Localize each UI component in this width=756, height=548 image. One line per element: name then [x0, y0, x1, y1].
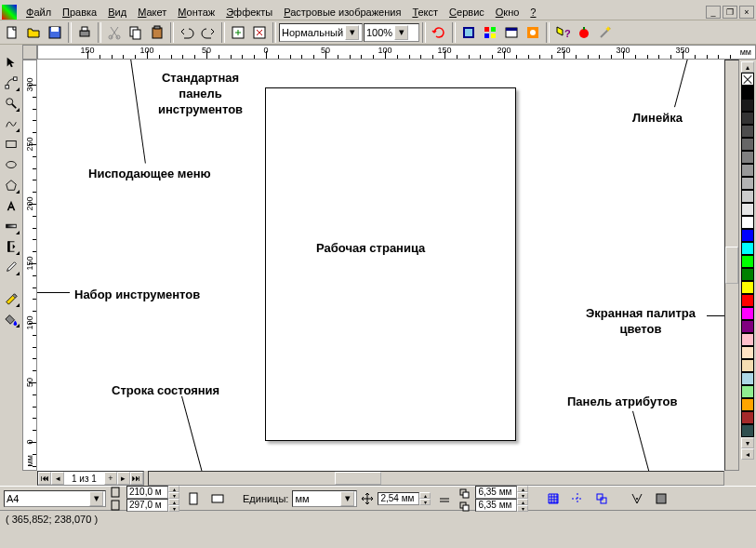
restore-button[interactable]: ❐ — [723, 6, 737, 19]
apple-button[interactable] — [574, 22, 594, 43]
color-swatch[interactable] — [741, 424, 754, 437]
nudge-input[interactable] — [378, 492, 419, 505]
fill-tool[interactable] — [1, 309, 21, 329]
menu-сервис[interactable]: Сервис — [444, 5, 490, 20]
color-swatch[interactable] — [741, 411, 754, 424]
color-swatch[interactable] — [741, 281, 754, 294]
undo-button[interactable] — [177, 22, 197, 43]
color-swatch[interactable] — [741, 190, 754, 203]
shape-tool[interactable] — [1, 73, 21, 93]
options-button[interactable] — [627, 488, 647, 509]
menu-монтаж[interactable]: Монтаж — [172, 5, 220, 20]
color-swatch[interactable] — [741, 203, 754, 216]
dup-y-input[interactable] — [475, 499, 517, 512]
wand-button[interactable] — [595, 22, 616, 43]
paste-button[interactable] — [147, 22, 167, 43]
interactive-fill-tool[interactable] — [1, 216, 21, 236]
print-button[interactable] — [74, 22, 95, 43]
page-height-input[interactable] — [126, 499, 168, 512]
color-swatch[interactable] — [741, 268, 754, 281]
color-swatch[interactable] — [741, 86, 754, 99]
landscape-button[interactable] — [207, 488, 228, 509]
palette-up-button[interactable]: ▴ — [741, 61, 754, 73]
new-button[interactable] — [2, 22, 22, 43]
color-swatch[interactable] — [741, 242, 754, 255]
palette-down-button[interactable]: ▾ — [741, 437, 754, 448]
color-swatch[interactable] — [741, 99, 754, 112]
nudge-set-button[interactable] — [434, 488, 455, 509]
outline-tool[interactable] — [1, 288, 21, 309]
vertical-scrollbar[interactable] — [724, 60, 739, 471]
rectangle-tool[interactable] — [1, 134, 21, 154]
dup-x-input[interactable] — [475, 486, 517, 499]
zoom-tool[interactable] — [1, 93, 21, 114]
snap-guides-button[interactable] — [567, 488, 588, 509]
color-swatch[interactable] — [741, 125, 754, 138]
freehand-tool[interactable] — [1, 114, 21, 134]
color-swatch[interactable] — [741, 398, 754, 411]
drawing-page[interactable] — [265, 87, 516, 441]
save-button[interactable] — [45, 22, 65, 43]
color-swatch[interactable] — [741, 320, 754, 333]
scrollbar-thumb[interactable] — [335, 472, 381, 485]
open-button[interactable] — [23, 22, 44, 43]
polygon-tool[interactable] — [1, 175, 21, 195]
color-swatch[interactable] — [741, 112, 754, 125]
last-page-button[interactable]: ⏭ — [130, 472, 143, 485]
no-color-swatch[interactable] — [741, 73, 754, 86]
interactive-transparency-tool[interactable] — [1, 236, 21, 257]
page-format-combo[interactable]: A4▾ — [4, 490, 106, 507]
units-combo[interactable]: мм▾ — [292, 490, 357, 507]
ellipse-tool[interactable] — [1, 154, 21, 175]
refresh-button[interactable] — [429, 22, 449, 43]
menu-текст[interactable]: Текст — [406, 5, 444, 20]
launcher-button[interactable] — [480, 22, 500, 43]
horizontal-scrollbar[interactable] — [148, 471, 724, 486]
pick-tool[interactable] — [1, 52, 21, 73]
color-swatch[interactable] — [741, 333, 754, 346]
menu-окно[interactable]: Окно — [490, 5, 525, 20]
color-swatch[interactable] — [741, 359, 754, 372]
menu-правка[interactable]: Правка — [57, 5, 102, 20]
next-page-button[interactable]: ▸ — [117, 472, 130, 485]
ruler-origin[interactable] — [22, 45, 37, 60]
help-button[interactable]: ? — [552, 22, 573, 43]
scrollbar-thumb[interactable] — [725, 247, 738, 284]
redo-button[interactable] — [198, 22, 219, 43]
horizontal-ruler[interactable]: мм15010050050100150200250300350 — [37, 45, 756, 60]
page-width-input[interactable] — [126, 486, 168, 499]
color-swatch[interactable] — [741, 385, 754, 398]
menu-макет[interactable]: Макет — [132, 5, 172, 20]
treat-as-filled-button[interactable] — [651, 488, 671, 509]
add-page-button[interactable]: + — [104, 472, 117, 485]
copy-button[interactable] — [126, 22, 146, 43]
import-button[interactable] — [228, 22, 248, 43]
eyedropper-tool[interactable] — [1, 257, 21, 277]
color-swatch[interactable] — [741, 216, 754, 229]
text-tool[interactable] — [1, 195, 21, 216]
palette-flyout-button[interactable]: ◂ — [741, 448, 754, 460]
portrait-button[interactable] — [183, 488, 204, 509]
color-swatch[interactable] — [741, 177, 754, 190]
color-swatch[interactable] — [741, 294, 754, 307]
menu-файл[interactable]: Файл — [20, 5, 57, 20]
menu-эффекты[interactable]: Эффекты — [220, 5, 278, 20]
snap-objects-button[interactable] — [591, 488, 612, 509]
close-button[interactable]: × — [739, 6, 754, 19]
menu-растровые изображения[interactable]: Растровые изображения — [278, 5, 406, 20]
canvas[interactable]: Стандартная панель инструментов Нисподаю… — [37, 60, 724, 471]
color-swatch[interactable] — [741, 229, 754, 242]
view-mode-combo[interactable]: Нормальный▾ — [279, 23, 363, 42]
snap-grid-button[interactable] — [543, 488, 564, 509]
color-swatch[interactable] — [741, 255, 754, 268]
color-swatch[interactable] — [741, 151, 754, 164]
dialog-button[interactable] — [501, 22, 522, 43]
first-page-button[interactable]: ⏮ — [38, 472, 51, 485]
color-swatch[interactable] — [741, 307, 754, 320]
minimize-button[interactable]: _ — [706, 6, 721, 19]
color-swatch[interactable] — [741, 138, 754, 151]
prev-page-button[interactable]: ◂ — [51, 472, 64, 485]
color-swatch[interactable] — [741, 372, 754, 385]
vertical-ruler[interactable]: мм300250200150100500 — [22, 60, 37, 471]
menu-вид[interactable]: Вид — [102, 5, 132, 20]
